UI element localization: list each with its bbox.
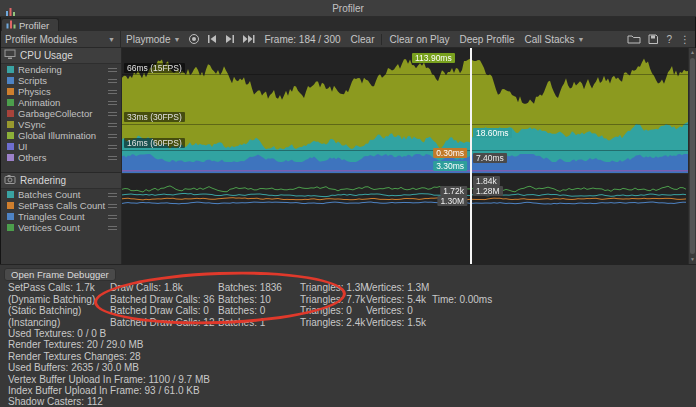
frame-debugger-row: Open Frame Debugger bbox=[0, 265, 696, 281]
legend-item-batches-count[interactable]: Batches Count bbox=[0, 189, 121, 200]
stat-value: Batched Draw Calls: 0 bbox=[110, 305, 218, 317]
legend-item-vsync[interactable]: VSync bbox=[0, 119, 121, 130]
stat-value: Batches: 0 bbox=[218, 305, 300, 317]
rendering-header[interactable]: Rendering bbox=[0, 173, 121, 189]
legend-item-rendering[interactable]: Rendering bbox=[0, 64, 121, 75]
drag-handle-icon[interactable] bbox=[108, 215, 117, 219]
color-swatch bbox=[7, 224, 14, 231]
drag-handle-icon[interactable] bbox=[108, 68, 117, 72]
legend-item-vertices-count[interactable]: Vertices Count bbox=[0, 222, 121, 233]
legend-item-garbagecollector[interactable]: GarbageCollector bbox=[0, 108, 121, 119]
load-profile-button[interactable] bbox=[624, 31, 644, 47]
chart-area: 66ms (15FPS)33ms (30FPS)16ms (60FPS)113.… bbox=[122, 48, 688, 264]
profiler-window: Profiler Profiler Profiler Modules ▼ Pla… bbox=[0, 0, 696, 407]
clear-button[interactable]: Clear bbox=[346, 31, 380, 47]
stat-line: Used Textures: 0 / 0 B bbox=[8, 328, 210, 339]
current-frame-button[interactable] bbox=[239, 31, 259, 47]
call-stacks-label: Call Stacks bbox=[525, 34, 575, 45]
drag-handle-icon[interactable] bbox=[108, 204, 117, 208]
stat-value: (Dynamic Batching) bbox=[8, 294, 110, 306]
chevron-down-icon: ▼ bbox=[578, 36, 585, 43]
legend-label: Rendering bbox=[18, 64, 108, 75]
legend-label: VSync bbox=[18, 119, 108, 130]
color-swatch bbox=[7, 121, 14, 128]
drag-handle-icon[interactable] bbox=[108, 90, 117, 94]
module-title: CPU Usage bbox=[20, 50, 73, 61]
drag-handle-icon[interactable] bbox=[108, 112, 117, 116]
stat-value: Triangles: 2.4k bbox=[300, 317, 366, 329]
tab-bar: Profiler bbox=[0, 17, 696, 31]
drag-handle-icon[interactable] bbox=[108, 226, 117, 230]
record-button[interactable] bbox=[185, 31, 203, 47]
stat-line: Used Buffers: 2635 / 30.0 MB bbox=[8, 362, 210, 373]
legend-item-triangles-count[interactable]: Triangles Count bbox=[0, 211, 121, 222]
drag-handle-icon[interactable] bbox=[108, 79, 117, 83]
camera-icon bbox=[4, 174, 16, 187]
window-title: Profiler bbox=[0, 3, 696, 14]
stat-value: SetPass Calls: 1.7k bbox=[8, 282, 110, 294]
cpu-icon bbox=[4, 49, 16, 62]
vertical-scrollbar[interactable]: ▲ ▼ bbox=[688, 48, 696, 264]
cpu-legend: RenderingScriptsPhysicsAnimationGarbageC… bbox=[0, 64, 121, 163]
legend-label: GarbageCollector bbox=[18, 108, 108, 119]
profiler-modules-dropdown[interactable]: Profiler Modules ▼ bbox=[0, 31, 121, 47]
legend-item-ui[interactable]: UI bbox=[0, 141, 121, 152]
help-icon[interactable]: ? bbox=[662, 31, 676, 47]
scrollbar-thumb[interactable] bbox=[690, 58, 695, 254]
stat-value: (Static Batching) bbox=[8, 305, 110, 317]
module-title: Rendering bbox=[20, 175, 66, 186]
call-stacks-dropdown[interactable]: Call Stacks ▼ bbox=[520, 31, 590, 47]
rendering-chart[interactable] bbox=[122, 173, 688, 264]
next-frame-button[interactable] bbox=[221, 31, 239, 47]
open-frame-debugger-button[interactable]: Open Frame Debugger bbox=[4, 268, 116, 281]
legend-label: Scripts bbox=[18, 75, 108, 86]
drag-handle-icon[interactable] bbox=[108, 123, 117, 127]
profiler-modules-label: Profiler Modules bbox=[5, 34, 77, 45]
stat-line: Vertex Buffer Upload In Frame: 1100 / 9.… bbox=[8, 374, 210, 385]
legend-label: Others bbox=[18, 152, 108, 163]
save-profile-button[interactable] bbox=[644, 31, 662, 47]
stat-value: Time: 0.00ms bbox=[432, 294, 492, 306]
stat-line: Shadow Casters: 112 bbox=[8, 396, 210, 407]
stat-value: Batches: 10 bbox=[218, 294, 300, 306]
chevron-down-icon: ▼ bbox=[108, 36, 115, 43]
color-swatch bbox=[7, 110, 14, 117]
stat-line: Render Textures: 20 / 29.0 MB bbox=[8, 339, 210, 350]
stat-value: Triangles: 0 bbox=[300, 305, 366, 317]
deep-profile-toggle[interactable]: Deep Profile bbox=[455, 31, 520, 47]
legend-item-setpass-calls-count[interactable]: SetPass Calls Count bbox=[0, 200, 121, 211]
chevron-down-icon: ▼ bbox=[173, 36, 180, 43]
frame-counter: Frame: 184 / 300 bbox=[259, 31, 345, 47]
clear-on-play-toggle[interactable]: Clear on Play bbox=[384, 31, 454, 47]
legend-label: Global Illumination bbox=[18, 130, 108, 141]
cpu-usage-chart[interactable] bbox=[122, 48, 688, 173]
drag-handle-icon[interactable] bbox=[108, 101, 117, 105]
legend-item-global-illumination[interactable]: Global Illumination bbox=[0, 130, 121, 141]
drag-handle-icon[interactable] bbox=[108, 193, 117, 197]
legend-item-others[interactable]: Others bbox=[0, 152, 121, 163]
stat-value bbox=[432, 317, 492, 329]
kebab-menu-icon[interactable]: ⋮ bbox=[676, 31, 694, 47]
previous-frame-button[interactable] bbox=[203, 31, 221, 47]
playmode-dropdown[interactable]: Playmode ▼ bbox=[121, 31, 185, 47]
toolbar: Profiler Modules ▼ Playmode ▼ Frame: 184… bbox=[0, 31, 696, 48]
color-swatch bbox=[7, 66, 14, 73]
drag-handle-icon[interactable] bbox=[108, 134, 117, 138]
color-swatch bbox=[7, 143, 14, 150]
scroll-down-icon[interactable]: ▼ bbox=[689, 255, 696, 264]
color-swatch bbox=[7, 213, 14, 220]
scroll-up-icon[interactable]: ▲ bbox=[689, 48, 696, 57]
toolbar-separator bbox=[381, 34, 382, 45]
legend-label: Animation bbox=[18, 97, 108, 108]
stat-value bbox=[432, 282, 492, 294]
drag-handle-icon[interactable] bbox=[108, 145, 117, 149]
legend-item-physics[interactable]: Physics bbox=[0, 86, 121, 97]
stat-value: (Instancing) bbox=[8, 317, 110, 329]
legend-item-animation[interactable]: Animation bbox=[0, 97, 121, 108]
stat-value: Batched Draw Calls: 36 bbox=[110, 294, 218, 306]
color-swatch bbox=[7, 99, 14, 106]
legend-item-scripts[interactable]: Scripts bbox=[0, 75, 121, 86]
drag-handle-icon[interactable] bbox=[108, 156, 117, 160]
rendering-legend: Batches CountSetPass Calls CountTriangle… bbox=[0, 189, 121, 233]
cpu-usage-header[interactable]: CPU Usage bbox=[0, 48, 121, 64]
